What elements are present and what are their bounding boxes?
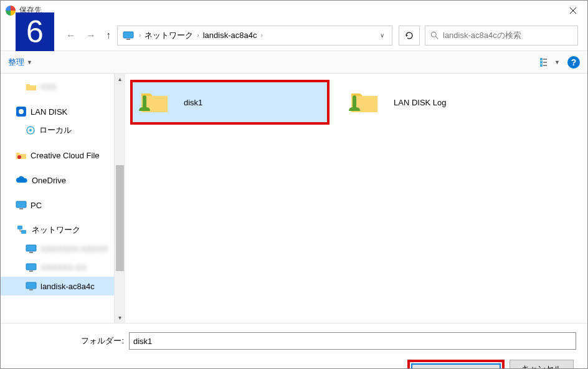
tree-item-network-pc1[interactable]: XXXXXXX-XXXXX — [1, 239, 114, 258]
view-icon — [539, 57, 553, 67]
search-icon — [430, 31, 439, 40]
refresh-button[interactable] — [399, 26, 420, 46]
folder-icon — [26, 82, 37, 91]
help-button[interactable]: ? — [567, 56, 580, 69]
folder-label: disk1 — [184, 98, 202, 107]
tree-item-landisk-ac8a4c[interactable]: landisk-ac8a4c — [1, 277, 114, 295]
svg-rect-23 — [29, 289, 33, 290]
svg-rect-15 — [19, 208, 23, 209]
tree-label: OneDrive — [32, 176, 66, 185]
svg-point-12 — [29, 129, 32, 132]
tree-item-creative-cloud[interactable]: Creative Cloud File — [1, 146, 114, 165]
scroll-down-arrow[interactable]: ▾ — [115, 312, 125, 323]
cancel-button[interactable]: キャンセル — [510, 360, 574, 369]
chrome-icon — [6, 6, 16, 16]
select-folder-button[interactable]: フォルダーの選択 — [411, 363, 501, 369]
svg-rect-8 — [543, 65, 547, 66]
back-button: ← — [66, 30, 76, 41]
scroll-track[interactable] — [115, 84, 125, 312]
svg-rect-22 — [26, 282, 36, 289]
tree-item-network[interactable]: ネットワーク — [1, 221, 114, 239]
svg-rect-7 — [540, 64, 543, 67]
tree-label: XXX — [40, 82, 57, 92]
folder-name-input[interactable] — [129, 332, 576, 350]
dialog-bottom: フォルダー: フォルダーの選択 キャンセル — [1, 323, 587, 369]
landisk-icon — [16, 106, 27, 117]
tree-item-network-pc2[interactable]: XXXXXX-XX — [1, 258, 114, 277]
monitor-icon — [16, 201, 27, 209]
refresh-icon — [404, 31, 414, 41]
folder-list: disk1 LAN DISK Log — [125, 74, 587, 323]
svg-rect-19 — [29, 252, 33, 253]
folder-icon — [16, 151, 27, 160]
shared-folder-icon — [346, 87, 381, 117]
window-title: 保存先 — [19, 5, 559, 16]
chevron-right-icon: › — [197, 32, 199, 39]
svg-rect-17 — [21, 230, 26, 234]
tree-item-pc[interactable]: PC — [1, 196, 114, 214]
target-icon — [26, 125, 36, 135]
tree-label: XXXXXX-XX — [40, 263, 87, 272]
tree-label: ローカル — [39, 125, 72, 136]
cloud-icon — [16, 176, 28, 184]
chevron-down-icon: ▼ — [554, 59, 560, 65]
breadcrumb-network[interactable]: ネットワーク — [143, 30, 194, 41]
up-button[interactable]: ↑ — [106, 30, 111, 41]
svg-rect-16 — [17, 226, 22, 229]
breadcrumb-landisk[interactable]: landisk-ac8a4c — [202, 31, 258, 40]
svg-point-2 — [431, 32, 436, 37]
step-number-badge: 6 — [16, 12, 54, 51]
folder-disk1[interactable]: disk1 — [130, 80, 330, 125]
folder-landisklog[interactable]: LAN DISK Log — [342, 80, 516, 125]
folder-input-label: フォルダー: — [12, 335, 124, 347]
close-button[interactable] — [559, 1, 587, 20]
svg-rect-4 — [543, 59, 547, 60]
svg-rect-1 — [126, 39, 130, 40]
svg-rect-3 — [540, 58, 543, 60]
tree-item-landisk[interactable]: LAN DISK — [1, 102, 114, 121]
folder-label: LAN DISK Log — [394, 98, 447, 107]
tree-label: ネットワーク — [32, 224, 80, 236]
view-options-button[interactable]: ▼ — [539, 57, 560, 67]
svg-rect-0 — [123, 32, 133, 38]
tree-item-local[interactable]: ローカル — [1, 121, 114, 140]
shared-folder-icon — [136, 87, 171, 117]
sidebar-scrollbar[interactable]: ▴ ▾ — [115, 74, 125, 323]
scroll-thumb[interactable] — [116, 165, 124, 271]
sidebar-tree: XXX LAN DISK ローカル Creative Cloud File On… — [1, 74, 115, 323]
organize-button[interactable]: 整理 ▼ — [8, 57, 32, 68]
monitor-icon — [26, 282, 37, 290]
chevron-right-icon: › — [139, 32, 141, 39]
chevron-down-icon: ▼ — [27, 59, 32, 65]
tree-label: PC — [31, 201, 42, 210]
tree-label: landisk-ac8a4c — [40, 282, 95, 291]
monitor-icon — [26, 244, 37, 253]
tree-label: XXXXXXX-XXXXX — [40, 244, 108, 254]
monitor-icon — [26, 263, 37, 272]
svg-rect-21 — [29, 271, 33, 272]
svg-point-13 — [17, 155, 21, 159]
svg-rect-14 — [16, 201, 26, 208]
monitor-icon — [123, 31, 134, 40]
tree-label: LAN DISK — [31, 107, 67, 117]
network-icon — [16, 225, 28, 235]
svg-point-10 — [19, 109, 24, 114]
svg-rect-20 — [26, 264, 36, 270]
forward-button: → — [86, 30, 96, 41]
search-box[interactable] — [425, 26, 578, 46]
svg-rect-5 — [540, 61, 543, 64]
toolbar: 整理 ▼ ▼ ? — [1, 51, 587, 74]
tree-item-onedrive[interactable]: OneDrive — [1, 171, 114, 189]
svg-rect-6 — [543, 62, 547, 63]
scroll-up-arrow[interactable]: ▴ — [115, 74, 125, 84]
tree-label: Creative Cloud File — [31, 151, 100, 160]
close-icon — [569, 7, 577, 14]
svg-rect-18 — [26, 245, 36, 251]
breadcrumb-dropdown[interactable]: ∨ — [380, 32, 384, 39]
navigation-bar: ← → ↑ › ネットワーク › landisk-ac8a4c › ∨ — [1, 20, 587, 51]
tree-item-blurred[interactable]: XXX — [1, 77, 114, 96]
titlebar: 保存先 — [1, 1, 587, 20]
chevron-right-icon: › — [260, 32, 262, 39]
search-input[interactable] — [443, 31, 572, 40]
breadcrumb-bar[interactable]: › ネットワーク › landisk-ac8a4c › ∨ — [117, 26, 392, 46]
